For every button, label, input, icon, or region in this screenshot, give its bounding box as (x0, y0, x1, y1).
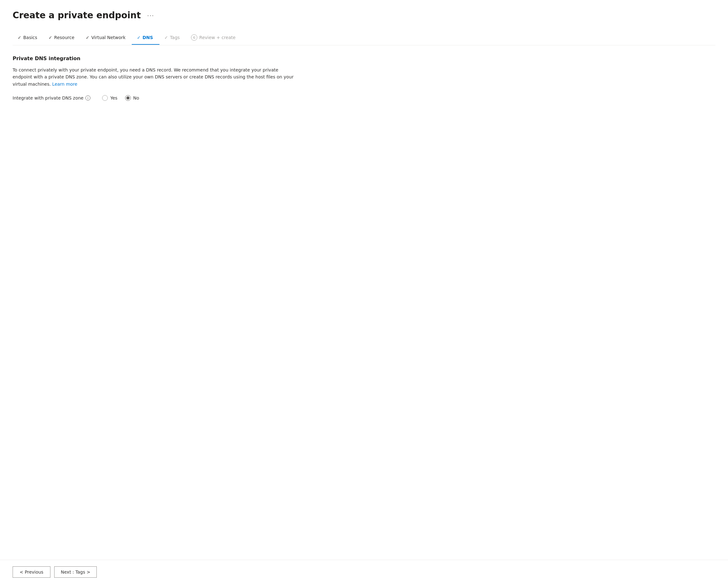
previous-button[interactable]: < Previous (12, 566, 50, 578)
radio-no-label: No (133, 96, 139, 101)
field-label-container: Integrate with private DNS zone i (12, 96, 95, 101)
radio-yes-option[interactable]: Yes (102, 95, 118, 101)
field-label-text: Integrate with private DNS zone (12, 96, 83, 101)
integrate-dns-field: Integrate with private DNS zone i Yes No (12, 95, 296, 101)
steps-nav: ✓ Basics ✓ Resource ✓ Virtual Network ✓ … (12, 31, 716, 45)
page-container: Create a private endpoint ··· ✓ Basics ✓… (0, 0, 728, 560)
tab-basics[interactable]: ✓ Basics (12, 31, 44, 45)
radio-no-input[interactable] (125, 95, 131, 101)
tab-review-create-label: Review + create (199, 35, 235, 40)
tab-resource-label: Resource (54, 35, 74, 40)
tab-dns-label: DNS (142, 35, 153, 40)
tags-check-icon: ✓ (164, 35, 168, 40)
description-text: To connect privately with your private e… (12, 67, 296, 87)
footer: < Previous Next : Tags > (0, 560, 728, 584)
tab-virtual-network-label: Virtual Network (92, 35, 126, 40)
page-title: Create a private endpoint (12, 10, 141, 21)
dns-check-icon: ✓ (137, 35, 140, 40)
resource-check-icon: ✓ (49, 35, 52, 40)
more-options-button[interactable]: ··· (145, 10, 157, 20)
virtual-network-check-icon: ✓ (86, 35, 89, 40)
content-area: Private DNS integration To connect priva… (12, 55, 296, 547)
review-create-step-number: 6 (191, 34, 197, 41)
tab-tags[interactable]: ✓ Tags (159, 31, 186, 45)
page-title-row: Create a private endpoint ··· (12, 10, 716, 21)
learn-more-link[interactable]: Learn more (52, 82, 78, 87)
radio-yes-input[interactable] (102, 95, 108, 101)
tab-tags-label: Tags (170, 35, 180, 40)
next-button[interactable]: Next : Tags > (54, 566, 97, 578)
radio-no-inner (126, 97, 130, 100)
tab-virtual-network[interactable]: ✓ Virtual Network (81, 31, 132, 45)
tab-review-create[interactable]: 6 Review + create (186, 31, 242, 45)
section-title: Private DNS integration (12, 55, 296, 61)
tab-resource[interactable]: ✓ Resource (44, 31, 81, 45)
info-icon[interactable]: i (85, 96, 90, 101)
tab-basics-label: Basics (23, 35, 37, 40)
basics-check-icon: ✓ (18, 35, 21, 40)
tab-dns[interactable]: ✓ DNS (132, 31, 159, 45)
radio-group: Yes No (102, 95, 139, 101)
radio-yes-label: Yes (110, 96, 118, 101)
radio-no-option[interactable]: No (125, 95, 139, 101)
